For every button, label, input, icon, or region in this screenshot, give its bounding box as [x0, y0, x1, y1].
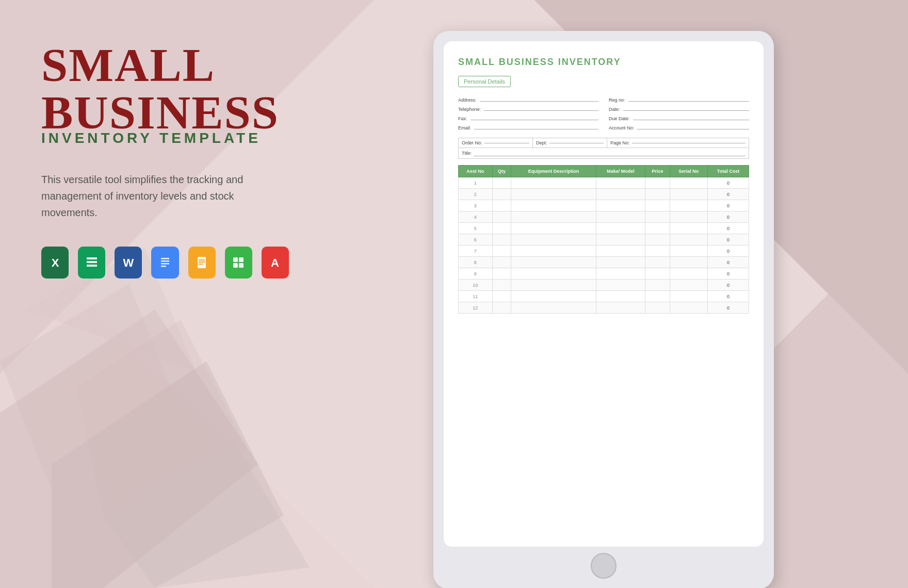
tablet-screen: SMALL BUSINESS INVENTORY Personal Detail…: [444, 41, 764, 547]
form-fields-left: Address: Telephone: Fax: Email:: [458, 95, 598, 130]
svg-rect-15: [161, 258, 169, 259]
cell-serial: [670, 268, 707, 280]
main-title-block: SMALL BUSINESS INVENTORY TEMPLATE: [41, 41, 289, 145]
cell-price: [645, 189, 670, 200]
svg-rect-22: [199, 262, 205, 263]
cell-price: [645, 268, 670, 280]
page-no-cell: Page No:: [607, 138, 749, 148]
cell-total: 0: [707, 268, 749, 280]
svg-rect-18: [161, 266, 166, 267]
reg-no-field: Reg no:: [609, 95, 749, 103]
telephone-field: Telephone:: [458, 105, 598, 112]
excel-icon[interactable]: X: [41, 247, 69, 279]
cell-total: 0: [707, 291, 749, 302]
cell-model: [596, 234, 645, 246]
svg-rect-14: [156, 253, 174, 272]
cell-desc: [511, 234, 596, 246]
description-text: This versatile tool simplifies the track…: [41, 171, 258, 221]
cell-qty: [492, 234, 511, 246]
cell-price: [645, 177, 670, 189]
cell-qty: [492, 302, 511, 314]
cell-serial: [670, 246, 707, 257]
col-asst-no: Asst No: [459, 166, 493, 177]
tablet-home-button[interactable]: [591, 553, 617, 579]
col-equipment-desc: Equipment Description: [511, 166, 596, 177]
document-title: SMALL BUSINESS INVENTORY: [458, 57, 749, 68]
cell-price: [645, 211, 670, 223]
cell-serial: [670, 177, 707, 189]
tablet-mockup: SMALL BUSINESS INVENTORY Personal Detail…: [433, 31, 774, 588]
form-fields-right: Reg no: Date: Due Date: Account No:: [609, 95, 749, 130]
table-row: 5 0: [459, 223, 749, 234]
cell-model: [596, 268, 645, 280]
cell-desc: [511, 268, 596, 280]
cell-total: 0: [707, 257, 749, 268]
svg-rect-28: [239, 263, 244, 268]
acrobat-icon[interactable]: A: [262, 247, 289, 279]
cell-serial: [670, 280, 707, 291]
svg-rect-9: [87, 257, 97, 259]
account-no-field: Account No:: [609, 123, 749, 130]
pages-icon[interactable]: [188, 247, 216, 279]
table-row: 3 0: [459, 200, 749, 211]
cell-serial: [670, 234, 707, 246]
cell-asst-no: 6: [459, 234, 493, 246]
cell-desc: [511, 302, 596, 314]
sheets-icon[interactable]: [78, 247, 105, 279]
cell-model: [596, 177, 645, 189]
cell-asst-no: 7: [459, 246, 493, 257]
table-body: 1 0 2 0 3 0 4: [459, 177, 749, 314]
svg-rect-23: [199, 264, 203, 265]
col-qty: Qty: [492, 166, 511, 177]
cell-model: [596, 200, 645, 211]
cell-qty: [492, 268, 511, 280]
cell-model: [596, 257, 645, 268]
cell-asst-no: 11: [459, 291, 493, 302]
cell-qty: [492, 291, 511, 302]
cell-model: [596, 189, 645, 200]
cell-qty: [492, 223, 511, 234]
cell-serial: [670, 189, 707, 200]
cell-asst-no: 8: [459, 257, 493, 268]
table-row: 1 0: [459, 177, 749, 189]
email-field: Email:: [458, 123, 598, 130]
cell-model: [596, 223, 645, 234]
cell-desc: [511, 291, 596, 302]
order-no-cell: Order No:: [459, 138, 533, 148]
svg-rect-11: [87, 265, 97, 267]
docs-icon[interactable]: [151, 247, 179, 279]
cell-qty: [492, 189, 511, 200]
svg-rect-26: [239, 257, 244, 262]
subtitle: INVENTORY TEMPLATE: [41, 131, 289, 145]
table-row: 7 0: [459, 246, 749, 257]
cell-total: 0: [707, 223, 749, 234]
svg-text:W: W: [123, 256, 134, 269]
cell-desc: [511, 189, 596, 200]
order-row: Order No: Dept: Page No:: [458, 138, 749, 148]
table-row: 9 0: [459, 268, 749, 280]
cell-price: [645, 302, 670, 314]
col-total-cost: Total Cost: [707, 166, 749, 177]
app-icons-row: X W: [41, 247, 289, 279]
table-row: 12 0: [459, 302, 749, 314]
cell-serial: [670, 291, 707, 302]
cell-total: 0: [707, 280, 749, 291]
cell-price: [645, 223, 670, 234]
cell-model: [596, 302, 645, 314]
word-icon[interactable]: W: [115, 247, 142, 279]
cell-total: 0: [707, 302, 749, 314]
cell-asst-no: 1: [459, 177, 493, 189]
cell-serial: [670, 211, 707, 223]
cell-serial: [670, 223, 707, 234]
personal-details-tab[interactable]: Personal Details: [458, 76, 511, 87]
svg-rect-27: [233, 263, 238, 268]
inventory-table: Asst No Qty Equipment Description Make/ …: [458, 165, 749, 314]
numbers-icon[interactable]: [225, 247, 252, 279]
table-row: 8 0: [459, 257, 749, 268]
cell-price: [645, 257, 670, 268]
cell-total: 0: [707, 200, 749, 211]
cell-asst-no: 9: [459, 268, 493, 280]
cell-desc: [511, 246, 596, 257]
svg-rect-25: [233, 257, 238, 262]
cell-model: [596, 211, 645, 223]
